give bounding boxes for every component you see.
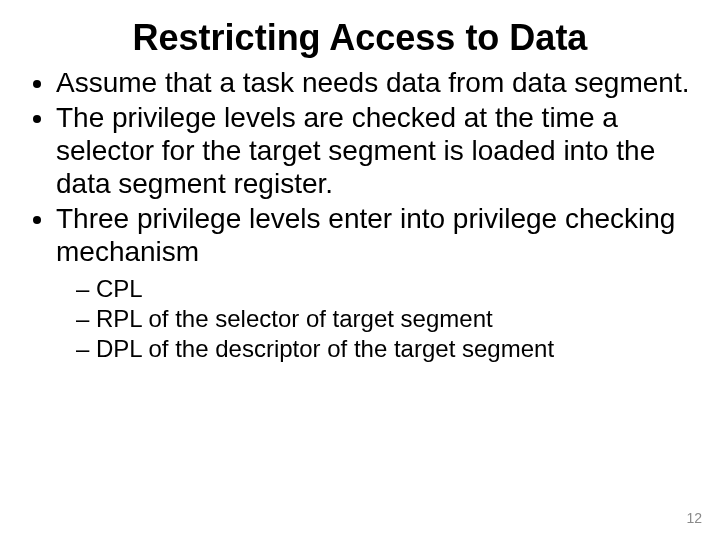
slide: Restricting Access to Data Assume that a…	[0, 0, 720, 540]
bullet-item: The privilege levels are checked at the …	[56, 101, 692, 200]
sub-bullet-item: RPL of the selector of target segment	[76, 304, 692, 334]
bullet-item: Three privilege levels enter into privil…	[56, 202, 692, 268]
page-number: 12	[686, 510, 702, 526]
slide-body: Assume that a task needs data from data …	[0, 58, 720, 364]
bullet-list: Assume that a task needs data from data …	[28, 66, 692, 268]
sub-bullet-list: CPL RPL of the selector of target segmen…	[28, 274, 692, 364]
sub-bullet-item: DPL of the descriptor of the target segm…	[76, 334, 692, 364]
slide-title: Restricting Access to Data	[0, 0, 720, 58]
bullet-item: Assume that a task needs data from data …	[56, 66, 692, 99]
sub-bullet-item: CPL	[76, 274, 692, 304]
